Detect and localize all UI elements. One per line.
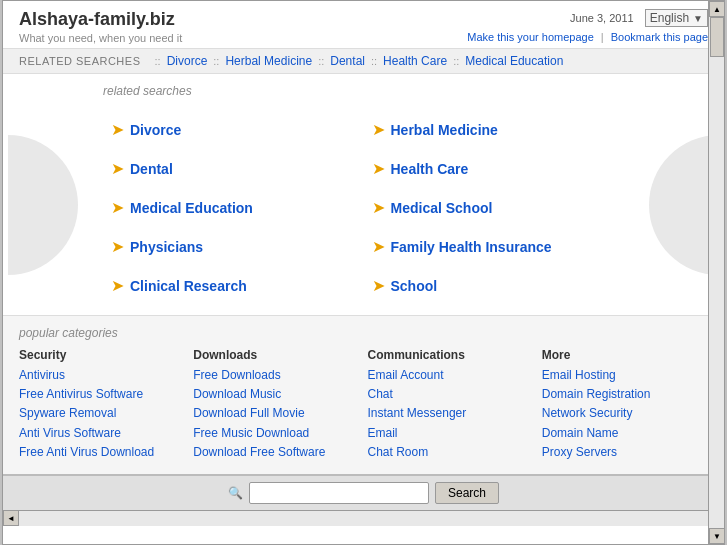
- cat-link-free-software[interactable]: Download Free Software: [193, 443, 359, 462]
- vertical-scrollbar: ▲ ▼: [708, 1, 724, 544]
- language-selector[interactable]: English ▼: [645, 9, 708, 27]
- list-item: ➤ Herbal Medicine: [364, 110, 625, 149]
- left-decoration: [3, 74, 83, 315]
- arrow-icon: ➤: [372, 120, 385, 139]
- related-searches-label: related searches: [103, 84, 624, 98]
- list-item: ➤ Physicians: [103, 227, 364, 266]
- cat-link-network-security[interactable]: Network Security: [542, 404, 708, 423]
- arrow-icon: ➤: [372, 276, 385, 295]
- search-button[interactable]: Search: [435, 482, 499, 504]
- list-item: ➤ Medical Education: [103, 188, 364, 227]
- circle-left: [8, 135, 78, 275]
- search-link-clinicalresearch[interactable]: Clinical Research: [130, 278, 247, 294]
- category-communications: Communications Email Account Chat Instan…: [368, 348, 534, 462]
- scroll-down-button[interactable]: ▼: [709, 528, 725, 544]
- header-date: June 3, 2011 English ▼: [467, 9, 708, 27]
- nav-item-herbal[interactable]: Herbal Medicine: [225, 54, 312, 68]
- search-link-school[interactable]: School: [391, 278, 438, 294]
- search-link-divorce[interactable]: Divorce: [130, 122, 181, 138]
- search-glass-icon: 🔍: [228, 486, 243, 500]
- header-links: Make this your homepage | Bookmark this …: [467, 31, 708, 43]
- arrow-icon: ➤: [372, 198, 385, 217]
- cat-link-domain-registration[interactable]: Domain Registration: [542, 385, 708, 404]
- cat-link-antivirus[interactable]: Antivirus: [19, 366, 185, 385]
- cat-link-free-antivirus[interactable]: Free Antivirus Software: [19, 385, 185, 404]
- cat-link-chat-room[interactable]: Chat Room: [368, 443, 534, 462]
- search-section: related searches ➤ Divorce ➤ Herbal Medi…: [83, 74, 644, 315]
- scroll-left-button[interactable]: ◄: [3, 510, 19, 526]
- cat-link-spyware[interactable]: Spyware Removal: [19, 404, 185, 423]
- category-security: Security Antivirus Free Antivirus Softwa…: [19, 348, 185, 462]
- search-link-medicalschool[interactable]: Medical School: [391, 200, 493, 216]
- category-heading-communications: Communications: [368, 348, 534, 362]
- main-content: related searches ➤ Divorce ➤ Herbal Medi…: [3, 74, 724, 315]
- cat-link-antivirus-software[interactable]: Anti Virus Software: [19, 424, 185, 443]
- cat-link-email-account[interactable]: Email Account: [368, 366, 534, 385]
- arrow-icon: ➤: [372, 159, 385, 178]
- popular-label: popular categories: [19, 326, 708, 340]
- list-item: ➤ Dental: [103, 149, 364, 188]
- category-more: More Email Hosting Domain Registration N…: [542, 348, 708, 462]
- arrow-icon: ➤: [111, 237, 124, 256]
- search-link-herbal[interactable]: Herbal Medicine: [391, 122, 498, 138]
- cat-link-free-music[interactable]: Free Music Download: [193, 424, 359, 443]
- scroll-thumb[interactable]: [710, 17, 724, 57]
- page-header: Alshaya-family.biz What you need, when y…: [3, 1, 724, 49]
- list-item: ➤ Family Health Insurance: [364, 227, 625, 266]
- cat-link-free-av-download[interactable]: Free Anti Virus Download: [19, 443, 185, 462]
- arrow-icon: ➤: [111, 159, 124, 178]
- list-item: ➤ School: [364, 266, 625, 305]
- make-homepage-link[interactable]: Make this your homepage: [467, 31, 594, 43]
- v-scroll-track: [709, 17, 724, 528]
- cat-link-chat[interactable]: Chat: [368, 385, 534, 404]
- search-input[interactable]: [249, 482, 429, 504]
- cat-link-proxy-servers[interactable]: Proxy Servers: [542, 443, 708, 462]
- nav-label: RELATED SEARCHES: [19, 55, 141, 67]
- arrow-icon: ➤: [372, 237, 385, 256]
- cat-link-free-downloads[interactable]: Free Downloads: [193, 366, 359, 385]
- categories-grid: Security Antivirus Free Antivirus Softwa…: [19, 348, 708, 462]
- cat-link-download-music[interactable]: Download Music: [193, 385, 359, 404]
- category-downloads: Downloads Free Downloads Download Music …: [193, 348, 359, 462]
- bookmark-link[interactable]: Bookmark this page: [611, 31, 708, 43]
- category-heading-security: Security: [19, 348, 185, 362]
- site-subtitle: What you need, when you need it: [19, 32, 182, 44]
- arrow-icon: ➤: [111, 120, 124, 139]
- lang-dropdown-icon: ▼: [693, 13, 703, 24]
- cat-link-email-hosting[interactable]: Email Hosting: [542, 366, 708, 385]
- search-grid: ➤ Divorce ➤ Herbal Medicine ➤ Dental ➤ H…: [103, 110, 624, 305]
- list-item: ➤ Clinical Research: [103, 266, 364, 305]
- cat-link-domain-name[interactable]: Domain Name: [542, 424, 708, 443]
- search-link-familyhealth[interactable]: Family Health Insurance: [391, 239, 552, 255]
- cat-link-email[interactable]: Email: [368, 424, 534, 443]
- list-item: ➤ Divorce: [103, 110, 364, 149]
- nav-bar: RELATED SEARCHES :: Divorce :: Herbal Me…: [3, 49, 724, 74]
- category-heading-downloads: Downloads: [193, 348, 359, 362]
- cat-link-download-movie[interactable]: Download Full Movie: [193, 404, 359, 423]
- arrow-icon: ➤: [111, 276, 124, 295]
- list-item: ➤ Medical School: [364, 188, 625, 227]
- search-link-physicians[interactable]: Physicians: [130, 239, 203, 255]
- horizontal-scrollbar: ◄ ►: [3, 510, 724, 526]
- nav-item-medicaleducation[interactable]: Medical Education: [465, 54, 563, 68]
- nav-item-dental[interactable]: Dental: [330, 54, 365, 68]
- bottom-search-bar: 🔍 Search: [3, 474, 724, 510]
- arrow-icon: ➤: [111, 198, 124, 217]
- nav-item-healthcare[interactable]: Health Care: [383, 54, 447, 68]
- popular-section: popular categories Security Antivirus Fr…: [3, 315, 724, 474]
- nav-item-divorce[interactable]: Divorce: [167, 54, 208, 68]
- category-heading-more: More: [542, 348, 708, 362]
- scroll-up-button[interactable]: ▲: [709, 1, 725, 17]
- cat-link-instant-messenger[interactable]: Instant Messenger: [368, 404, 534, 423]
- site-title: Alshaya-family.biz: [19, 9, 182, 30]
- search-link-dental[interactable]: Dental: [130, 161, 173, 177]
- search-link-medicaleducation[interactable]: Medical Education: [130, 200, 253, 216]
- h-scroll-track: [19, 511, 708, 526]
- list-item: ➤ Health Care: [364, 149, 625, 188]
- search-link-healthcare[interactable]: Health Care: [391, 161, 469, 177]
